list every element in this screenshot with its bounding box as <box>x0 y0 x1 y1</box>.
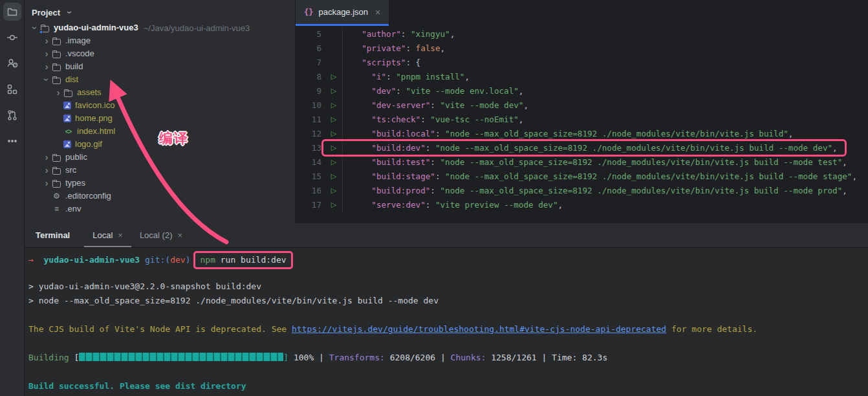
run-script-icon[interactable]: ▷ <box>325 155 342 170</box>
tree-item-build[interactable]: ›build <box>25 60 295 73</box>
gutter-spacer <box>325 41 342 56</box>
tree-item--editorconfig[interactable]: ⚙.editorconfig <box>25 190 295 203</box>
tree-item-assets[interactable]: ›assets <box>25 86 295 99</box>
tree-item-public[interactable]: ›public <box>25 151 295 164</box>
run-script-icon[interactable]: ▷ <box>325 84 342 98</box>
svg-text:?: ? <box>14 63 16 67</box>
line-number: 8 <box>296 70 325 84</box>
line-number: 15 <box>296 170 325 184</box>
project-icon[interactable] <box>3 3 21 21</box>
chevron-right-icon[interactable]: › <box>41 49 52 58</box>
code-line-14: 14▷ "build:test": "node --max_old_space_… <box>296 155 868 170</box>
run-script-icon[interactable]: ▷ <box>325 98 342 113</box>
run-script-icon[interactable]: ▷ <box>325 170 342 184</box>
code-line-11: 11▷ "ts:check": "vue-tsc --noEmit", <box>296 113 868 127</box>
commit-icon[interactable] <box>3 28 21 47</box>
tree-item--image[interactable]: ›.image <box>25 34 295 47</box>
code-line-8: 8▷ "i": "pnpm install", <box>296 70 868 84</box>
line-number: 12 <box>296 127 325 141</box>
terminal-line-7: Building [] 100% | Transforms: 6208/6206… <box>28 351 868 365</box>
terminal-title: Terminal <box>36 230 84 247</box>
run-script-icon[interactable]: ▷ <box>325 141 342 155</box>
chevron-down-icon: › <box>65 7 74 17</box>
chevron-right-icon[interactable]: › <box>41 62 52 71</box>
code-line-5: 5 "author": "xingyu", <box>296 27 868 41</box>
folder-icon <box>52 63 61 71</box>
code-line-16: 16▷ "build:prod": "node --max_old_space_… <box>296 184 868 198</box>
tree-item-favicon-ico[interactable]: favicon.ico <box>25 99 295 112</box>
tree-item-path: ~/Java/yudao-ui-admin-vue3 <box>144 23 250 33</box>
tree-item-index-html[interactable]: <>index.html <box>25 125 295 138</box>
run-script-icon[interactable]: ▷ <box>325 113 342 127</box>
pull-requests-icon[interactable] <box>3 106 21 124</box>
tree-item-yudao-ui-admin-vue3[interactable]: ›yudao-ui-admin-vue3~/Java/yudao-ui-admi… <box>25 21 295 34</box>
project-tree: ›yudao-ui-admin-vue3~/Java/yudao-ui-admi… <box>25 21 295 215</box>
terminal-line-9: Build successful. Please see dist direct… <box>28 379 868 393</box>
project-panel-header[interactable]: Project › <box>25 3 295 21</box>
terminal-line-6 <box>28 336 868 351</box>
folder-icon <box>52 179 61 188</box>
editor-code[interactable]: 5 "author": "xingyu",6 "private": false,… <box>296 26 868 223</box>
chevron-down-icon[interactable]: › <box>42 74 51 85</box>
terminal-output[interactable]: → yudao-ui-admin-vue3 git:(dev)npm run b… <box>25 248 868 396</box>
line-number: 14 <box>296 155 325 170</box>
tree-item-label: dist <box>65 73 78 86</box>
tree-item-dist[interactable]: ›dist <box>25 73 295 86</box>
folder-icon <box>52 76 61 84</box>
tree-item-label: build <box>65 60 83 73</box>
close-icon[interactable]: × <box>118 230 123 240</box>
code-line-15: 15▷ "build:stage": "node --max_old_space… <box>296 170 868 184</box>
tree-item--env[interactable]: ≡.env <box>25 203 295 215</box>
chevron-down-icon[interactable]: › <box>30 23 39 33</box>
tree-item-label: assets <box>77 86 102 99</box>
tree-item--vscode[interactable]: ›.vscode <box>25 47 295 60</box>
html-icon: <> <box>63 127 73 136</box>
terminal-tab-label: Local (2) <box>140 230 173 240</box>
tree-item-label: public <box>65 151 87 164</box>
run-script-icon[interactable]: ▷ <box>325 198 342 212</box>
terminal-tab-local[interactable]: Local × <box>84 230 131 247</box>
json-file-icon: {} <box>304 8 313 17</box>
tree-item-label: .image <box>65 34 91 47</box>
tree-item-types[interactable]: ›types <box>25 177 295 190</box>
line-number: 13 <box>296 141 325 155</box>
activity-bar: ? <box>0 0 25 396</box>
run-script-icon[interactable]: ▷ <box>325 184 342 198</box>
more-icon[interactable] <box>3 132 21 150</box>
close-icon[interactable]: × <box>177 230 182 240</box>
tree-item-label: .vscode <box>65 47 94 60</box>
line-number: 9 <box>296 84 325 98</box>
tree-item-src[interactable]: ›src <box>25 164 295 177</box>
chevron-right-icon[interactable]: › <box>41 179 52 188</box>
tree-item-home-png[interactable]: home.png <box>25 112 295 125</box>
gear-icon: ⚙ <box>52 192 61 201</box>
close-icon[interactable]: × <box>375 7 380 17</box>
support-icon[interactable]: ? <box>3 54 21 72</box>
code-line-7: 7 "scripts": { <box>296 56 868 70</box>
tab-package-json[interactable]: {} package.json × <box>296 0 389 26</box>
chevron-right-icon[interactable]: › <box>41 36 52 45</box>
folder-icon <box>52 166 61 175</box>
code-line-13: 13▷ "build:dev": "node --max_old_space_s… <box>296 141 868 155</box>
chevron-right-icon[interactable]: › <box>41 153 52 162</box>
tab-label: package.json <box>318 7 368 17</box>
tree-item-label: .editorconfig <box>65 190 111 203</box>
chevron-right-icon[interactable]: › <box>53 88 63 97</box>
gutter-spacer <box>325 56 342 70</box>
editor-tabbar: {} package.json × <box>296 0 868 26</box>
project-icon <box>40 24 50 32</box>
terminal-tab-local-2[interactable]: Local (2) × <box>131 230 191 247</box>
line-number: 6 <box>296 41 325 56</box>
terminal-tab-label: Local <box>92 230 113 240</box>
tree-item-logo-gif[interactable]: logo.gif <box>25 138 295 151</box>
terminal-link[interactable]: https://vitejs.dev/guide/troubleshooting… <box>292 324 666 334</box>
chevron-right-icon[interactable]: › <box>41 166 52 175</box>
structure-icon[interactable] <box>3 80 21 98</box>
code-line-10: 10▷ "dev-server": "vite --mode dev", <box>296 98 868 113</box>
image-icon <box>63 140 71 148</box>
run-script-icon[interactable]: ▷ <box>325 127 342 141</box>
run-script-icon[interactable]: ▷ <box>325 70 342 84</box>
code-line-9: 9▷ "dev": "vite --mode env.local", <box>296 84 868 98</box>
tree-item-label: .env <box>65 203 81 215</box>
annotation-box-npm-command: npm run build:dev <box>193 251 292 269</box>
